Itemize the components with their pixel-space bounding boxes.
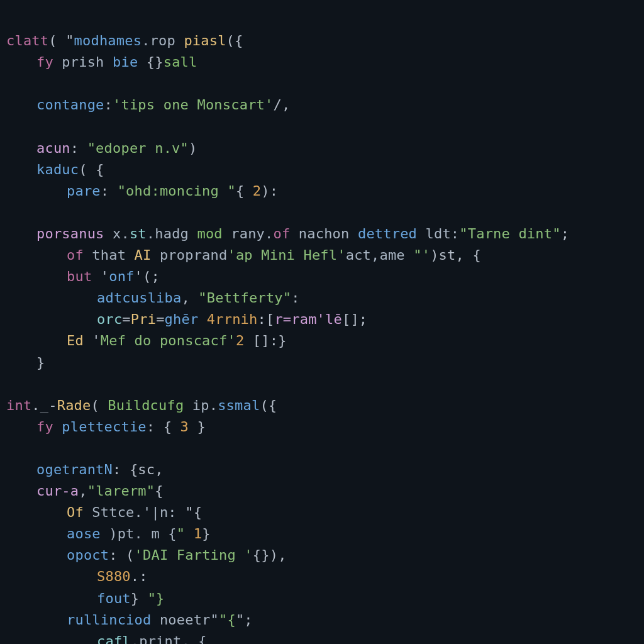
- code-line: opoct: ('DAI Farting '{}),: [6, 545, 287, 566]
- code-line: fout} "}: [6, 588, 165, 609]
- code-line: porsanus x.st.hadg mod rany.of nachon de…: [6, 223, 569, 245]
- code-line: acun: "edoper n.v"): [6, 138, 197, 159]
- code-line: orc=Pri=ghēr 4rrnih:[r=ram'lē[];: [6, 309, 367, 330]
- code-line: kaduc( {: [6, 159, 104, 180]
- code-line: ogetrantN: {sc,: [6, 459, 164, 480]
- code-line: int._-Rade( Buildcufg ip.ssmal({: [6, 397, 277, 413]
- code-line: aose )pt. m {" 1}: [6, 523, 211, 545]
- code-line: clatt( "modhames.rop piasl({: [6, 33, 243, 48]
- code-line: of that AI proprand'ap Mini Hefl'act,ame…: [6, 245, 481, 266]
- code-line: cafl.print, {: [6, 631, 207, 644]
- code-line: fy prish bie {}sall: [6, 52, 197, 73]
- code-line: S880.:: [6, 566, 148, 587]
- code-line: rullinciod noeetr""{";: [6, 609, 253, 631]
- code-line: }: [6, 352, 45, 374]
- code-line: cur-a,"larerm"{: [6, 480, 164, 502]
- code-line: contange:'tips one Monscart'/,: [6, 94, 290, 116]
- code-line: Of Sttce.'|n: "{: [6, 502, 202, 523]
- code-editor[interactable]: clatt( "modhames.rop piasl({ fy prish bi…: [0, 0, 644, 644]
- code-line: pare: "ohd:moncing "{ 2):: [6, 180, 278, 202]
- code-line: adtcusliba, "Bettferty":: [6, 287, 300, 309]
- code-line: Ed 'Mef do ponscacf'2 []:}: [6, 330, 287, 352]
- keyword: clatt: [6, 33, 48, 48]
- code-line: but 'onf'(;: [6, 266, 160, 287]
- code-line: fy plettectie: { 3 }: [6, 416, 206, 438]
